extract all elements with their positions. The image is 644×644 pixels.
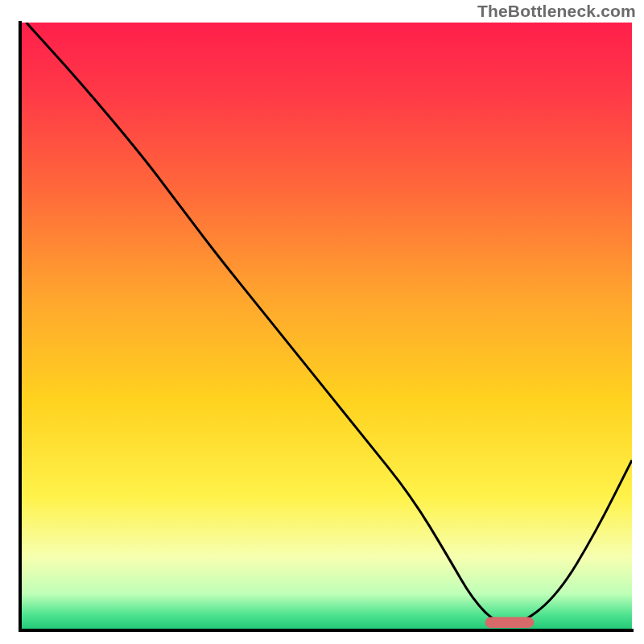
- optimal-range-marker: [485, 617, 535, 628]
- plot-background: [20, 23, 632, 630]
- chart-container: TheBottleneck.com: [0, 0, 644, 644]
- watermark-text: TheBottleneck.com: [477, 2, 636, 21]
- bottleneck-chart: [0, 0, 644, 644]
